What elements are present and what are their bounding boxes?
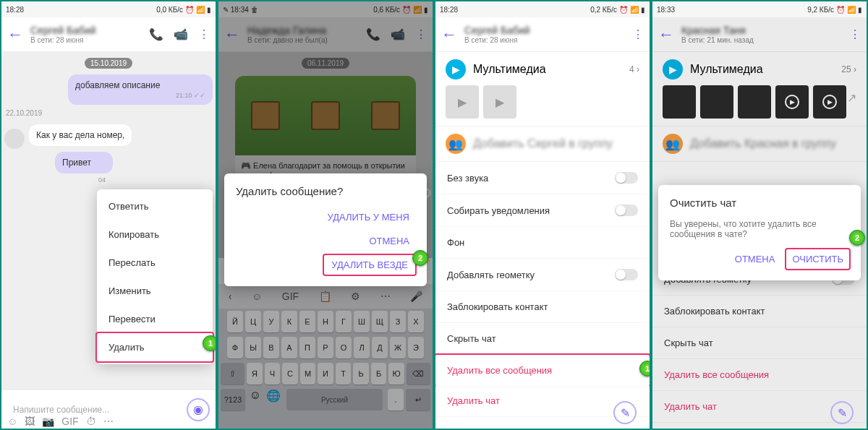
screenshot-2: ✎ 18:34 🗑 0,6 КБ/с⏰📶▮ ← Надежда Галина В… — [217, 0, 434, 430]
setting-block[interactable]: Заблокировать контакт — [652, 296, 867, 327]
message-out[interactable]: добавляем описание 21:10 ✓✓ — [68, 74, 213, 105]
setting-geotag[interactable]: Добавлять геометку — [435, 259, 650, 291]
setting-notifications[interactable]: Собирать уведомления — [435, 194, 650, 227]
clear-dialog: Очистить чат Вы уверены, что хотите удал… — [658, 185, 861, 280]
media-icon: ▶ — [663, 59, 683, 79]
add-to-group[interactable]: 👥 Добавить Красная в группу — [652, 126, 867, 162]
back-icon[interactable]: ← — [658, 25, 674, 44]
dialog-subtitle: Вы уверены, что хотите удалить все сообщ… — [670, 219, 849, 239]
media-thumb[interactable]: ▶ — [483, 85, 516, 119]
signal-icon: 📶 — [196, 6, 205, 14]
setting-delete-all[interactable]: Удалить все сообщения — [652, 359, 867, 391]
cancel-button[interactable]: ОТМЕНА — [729, 249, 781, 269]
media-thumb[interactable] — [663, 85, 696, 119]
message-out[interactable]: Привет — [55, 152, 113, 173]
more-icon[interactable]: ⋮ — [849, 27, 861, 41]
contact-status: В сети: 28 июня — [30, 36, 142, 44]
contact-name[interactable]: Сергей Бабий — [30, 25, 142, 36]
image-icon[interactable]: 🖼 — [25, 416, 35, 427]
settings-list: ▶ Мультимедиа 4 › ▶ ▶ 👥 Добавить Сергей … — [435, 52, 650, 429]
share-icon[interactable]: ↗ — [847, 91, 856, 105]
more-icon[interactable]: ⋮ — [632, 27, 644, 41]
screenshot-3: 18:28 0,2 КБ/с⏰📶▮ ← Сергей Бабий В сети:… — [434, 0, 651, 430]
setting-hide[interactable]: Скрыть чат — [435, 323, 650, 355]
avatar[interactable] — [4, 129, 25, 149]
ctx-edit[interactable]: Изменить — [97, 277, 213, 305]
group-icon: 👥 — [446, 134, 466, 154]
ctx-delete[interactable]: Удалить — [95, 332, 214, 363]
contact-name: Красная Таня — [681, 25, 842, 36]
ctx-translate[interactable]: Перевести — [97, 305, 213, 333]
toggle[interactable] — [615, 172, 638, 184]
fab[interactable]: ✎ — [613, 401, 637, 424]
chat-header: ← Сергей Бабий В сети: 28 июня 📞 📹 ⋮ — [1, 17, 216, 52]
contact-status: В сети: 28 июня — [464, 36, 625, 44]
battery-icon: ▮ — [207, 6, 211, 14]
media-section[interactable]: ▶ Мультимедиа 4 › ▶ ▶ — [435, 52, 650, 126]
media-thumb[interactable]: ▶ — [813, 85, 846, 119]
back-icon[interactable]: ← — [7, 25, 23, 44]
setting-background[interactable]: Фон — [435, 227, 650, 259]
camera-icon[interactable]: 📷 — [42, 416, 54, 427]
fab[interactable]: ✎ — [830, 401, 854, 424]
contact-name: Сергей Бабий — [464, 25, 625, 36]
info-header: ← Сергей Бабий В сети: 28 июня ⋮ — [435, 17, 650, 52]
add-to-group[interactable]: 👥 Добавить Сергей в группу — [435, 126, 650, 162]
step-badge-2: 2 — [849, 230, 865, 246]
call-icon[interactable]: 📞 — [149, 27, 163, 41]
step-badge-1: 1 — [203, 335, 217, 351]
setting-mute[interactable]: Без звука — [435, 162, 650, 194]
delete-for-me-button[interactable]: УДАЛИТЬ У МЕНЯ — [321, 207, 415, 227]
context-menu: Ответить Копировать Переслать Изменить П… — [97, 189, 213, 364]
ctx-forward[interactable]: Переслать — [97, 249, 213, 277]
more-icon[interactable]: ⋯ — [103, 416, 114, 427]
timer-icon[interactable]: ⏱ — [86, 416, 96, 427]
setting-hide[interactable]: Скрыть чат — [652, 327, 867, 359]
sticker-icon[interactable]: ☺ — [7, 416, 17, 427]
clock: 18:28 — [6, 6, 24, 14]
alarm-icon: ⏰ — [185, 6, 194, 14]
step-badge-2: 2 — [412, 250, 428, 266]
media-section[interactable]: ▶ Мультимедиа 25 › ↗ ▶ ▶ — [652, 52, 867, 126]
ctx-copy[interactable]: Копировать — [97, 220, 213, 249]
video-icon[interactable]: 📹 — [174, 27, 188, 41]
screenshot-4: 18:33 9,2 КБ/с⏰📶▮ ← Красная Таня В сети:… — [651, 0, 868, 430]
delete-everywhere-button[interactable]: УДАЛИТЬ ВЕЗДЕ — [323, 254, 417, 276]
date-pill: 15.10.2019 — [85, 58, 132, 69]
contact-status: В сети: 21 мин. назад — [681, 36, 842, 44]
toggle[interactable] — [615, 205, 638, 216]
media-thumb[interactable]: ▶ — [775, 85, 809, 119]
media-icon: ▶ — [446, 59, 466, 79]
status-bar: 18:33 9,2 КБ/с⏰📶▮ — [652, 1, 867, 17]
info-header: ← Красная Таня В сети: 21 мин. назад ⋮ — [652, 17, 867, 52]
status-bar: 18:28 0,0 КБ/с⏰📶▮ — [1, 1, 216, 17]
delete-dialog: Удалить сообщение? УДАЛИТЬ У МЕНЯ ОТМЕНА… — [224, 173, 427, 286]
dialog-title: Очистить чат — [670, 197, 849, 209]
clear-button[interactable]: ОЧИСТИТЬ — [785, 248, 851, 270]
back-icon[interactable]: ← — [441, 25, 457, 44]
date-label: 22.10.2019 — [6, 109, 211, 117]
step-badge-1: 1 — [639, 361, 650, 377]
media-thumb[interactable] — [700, 85, 733, 119]
setting-block[interactable]: Заблокировать контакт — [435, 291, 650, 323]
screenshot-1: 18:28 0,0 КБ/с⏰📶▮ ← Сергей Бабий В сети:… — [0, 0, 217, 430]
more-icon[interactable]: ⋮ — [198, 27, 210, 41]
setting-delete-all[interactable]: Удалить все сообщения 1 — [435, 353, 650, 387]
status-bar: 18:28 0,2 КБ/с⏰📶▮ — [435, 1, 650, 17]
media-thumb[interactable] — [738, 85, 771, 119]
dialog-title: Удалить сообщение? — [236, 185, 415, 197]
gif-icon[interactable]: GIF — [61, 416, 78, 427]
group-icon: 👥 — [663, 134, 683, 154]
message-in[interactable]: Как у вас дела номер, — [29, 124, 132, 146]
ctx-reply[interactable]: Ответить — [97, 192, 213, 220]
toggle[interactable] — [615, 269, 638, 280]
send-button[interactable]: ◉ — [187, 398, 210, 421]
cancel-button[interactable]: ОТМЕНА — [363, 231, 415, 251]
media-thumb[interactable]: ▶ — [446, 85, 479, 119]
